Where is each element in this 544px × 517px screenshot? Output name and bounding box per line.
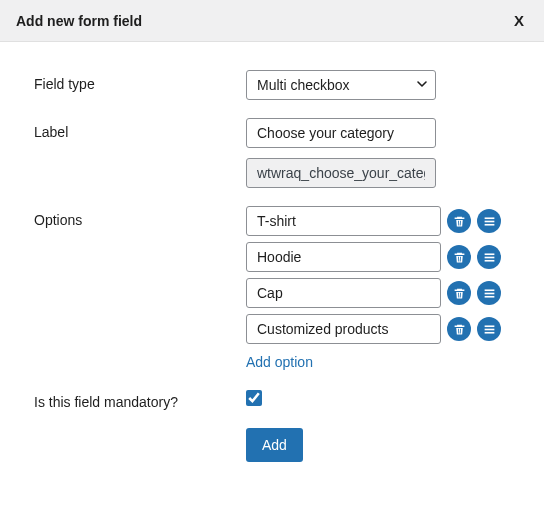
mandatory-checkbox[interactable] (246, 390, 262, 406)
field-type-select[interactable]: Multi checkbox (246, 70, 436, 100)
row-submit: Add (34, 428, 510, 462)
option-input[interactable] (246, 206, 441, 236)
row-field-type: Field type Multi checkbox (34, 70, 510, 100)
trash-icon (453, 251, 466, 264)
add-option-link[interactable]: Add option (246, 354, 313, 370)
label-field-type: Field type (34, 70, 246, 92)
drag-icon (483, 323, 496, 336)
svg-rect-8 (484, 295, 494, 297)
delete-option-button[interactable] (447, 209, 471, 233)
delete-option-button[interactable] (447, 281, 471, 305)
label-options: Options (34, 206, 246, 228)
svg-rect-10 (484, 328, 494, 330)
drag-icon (483, 287, 496, 300)
drag-handle-button[interactable] (477, 281, 501, 305)
trash-icon (453, 287, 466, 300)
option-row (246, 206, 510, 236)
svg-rect-3 (484, 253, 494, 255)
svg-rect-4 (484, 256, 494, 258)
delete-option-button[interactable] (447, 317, 471, 341)
option-input[interactable] (246, 314, 441, 344)
add-button[interactable]: Add (246, 428, 303, 462)
drag-icon (483, 251, 496, 264)
slug-input[interactable] (246, 158, 436, 188)
option-row (246, 278, 510, 308)
row-label: Label (34, 118, 510, 188)
option-row (246, 314, 510, 344)
trash-icon (453, 323, 466, 336)
row-options: Options (34, 206, 510, 370)
option-row (246, 242, 510, 272)
svg-rect-1 (484, 220, 494, 222)
label-input[interactable] (246, 118, 436, 148)
svg-rect-7 (484, 292, 494, 294)
svg-rect-5 (484, 259, 494, 261)
option-input[interactable] (246, 242, 441, 272)
drag-handle-button[interactable] (477, 245, 501, 269)
dialog-header: Add new form field X (0, 0, 544, 42)
close-button[interactable]: X (510, 12, 528, 29)
svg-rect-6 (484, 289, 494, 291)
svg-rect-2 (484, 223, 494, 225)
label-mandatory: Is this field mandatory? (34, 388, 246, 410)
drag-icon (483, 215, 496, 228)
svg-rect-11 (484, 331, 494, 333)
svg-rect-0 (484, 217, 494, 219)
trash-icon (453, 215, 466, 228)
dialog-body: Field type Multi checkbox Label Options (0, 42, 544, 508)
label-label: Label (34, 118, 246, 140)
drag-handle-button[interactable] (477, 317, 501, 341)
option-input[interactable] (246, 278, 441, 308)
dialog-title: Add new form field (16, 13, 142, 29)
drag-handle-button[interactable] (477, 209, 501, 233)
svg-rect-9 (484, 325, 494, 327)
delete-option-button[interactable] (447, 245, 471, 269)
row-mandatory: Is this field mandatory? (34, 388, 510, 410)
